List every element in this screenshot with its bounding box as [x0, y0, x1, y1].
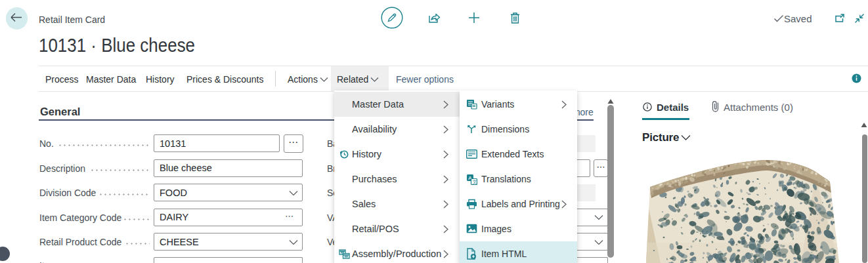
svg-text:文: 文: [473, 179, 477, 184]
